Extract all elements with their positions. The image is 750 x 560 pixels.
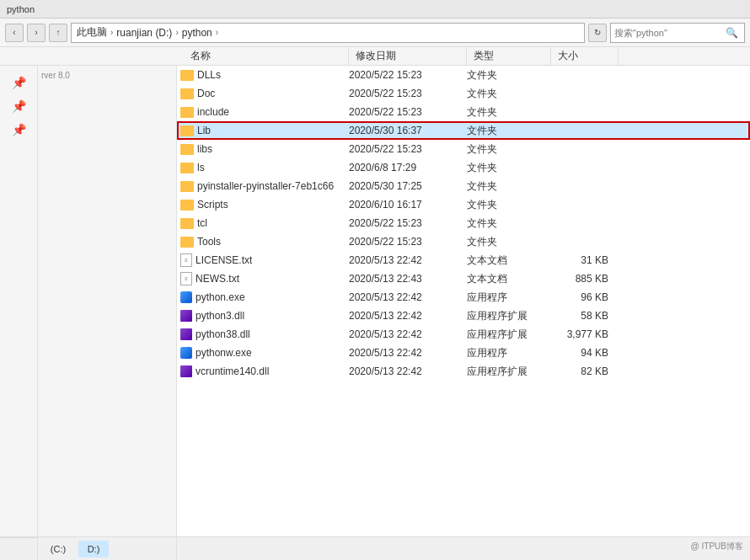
- col-header-name[interactable]: 名称: [184, 47, 349, 65]
- refresh-button[interactable]: ↻: [588, 24, 607, 42]
- file-name-col: Doc: [177, 88, 342, 99]
- file-type-col: 文本文档: [460, 253, 544, 268]
- folder-icon: [180, 70, 194, 81]
- nav-forward-button[interactable]: ›: [27, 24, 46, 42]
- table-row[interactable]: python.exe 2020/5/13 22:42 应用程序 96 KB: [177, 288, 750, 307]
- exe-icon: [180, 347, 192, 359]
- file-type-col: 文件夹: [460, 105, 544, 120]
- sidebar-pins: 📌 📌 📌: [0, 66, 38, 536]
- content-area: 📌 📌 📌 rver 8.0 DLLs 2020/5/22 15:23 文件夹 …: [0, 66, 750, 536]
- file-date-col: 2020/5/13 22:42: [342, 365, 460, 377]
- table-row[interactable]: Tools 2020/5/22 15:23 文件夹: [177, 232, 750, 251]
- file-type-col: 应用程序扩展: [460, 328, 544, 342]
- table-row[interactable]: vcruntime140.dll 2020/5/13 22:42 应用程序扩展 …: [177, 362, 750, 381]
- table-row[interactable]: tcl 2020/5/22 15:23 文件夹: [177, 214, 750, 232]
- table-row[interactable]: pyinstaller-pyinstaller-7eb1c66 2020/5/3…: [177, 177, 750, 195]
- file-name: python.exe: [196, 291, 245, 303]
- col-header-date[interactable]: 修改日期: [349, 47, 467, 65]
- file-name: vcruntime140.dll: [196, 365, 269, 377]
- table-row[interactable]: ≡ NEWS.txt 2020/5/13 22:43 文本文档 885 KB: [177, 269, 750, 288]
- nav-tree-bottom: (C:) D:): [38, 537, 177, 560]
- file-list-area: DLLs 2020/5/22 15:23 文件夹 Doc 2020/5/22 1…: [177, 66, 750, 536]
- txt-icon: ≡: [180, 272, 192, 285]
- file-name-col: ≡ LICENSE.txt: [177, 253, 342, 267]
- file-date-col: 2020/5/13 22:42: [342, 291, 460, 303]
- table-row[interactable]: DLLs 2020/5/22 15:23 文件夹: [177, 66, 750, 84]
- path-ruanjian[interactable]: ruanjian (D:): [116, 27, 172, 39]
- file-name: Scripts: [197, 199, 228, 211]
- exe-icon: [180, 291, 192, 303]
- file-name: Tools: [197, 236, 221, 248]
- file-name: python3.dll: [196, 310, 244, 322]
- file-name-col: tcl: [177, 217, 342, 229]
- file-name: python38.dll: [196, 328, 250, 340]
- file-size-col: 94 KB: [544, 347, 612, 359]
- file-date-col: 2020/5/22 15:23: [342, 143, 460, 155]
- file-date-col: 2020/5/22 15:23: [342, 236, 460, 248]
- file-date-col: 2020/5/30 16:37: [342, 125, 460, 136]
- folder-icon: [180, 125, 194, 136]
- file-name-col: ls: [177, 162, 342, 173]
- window-title: python: [7, 4, 35, 14]
- file-name: Doc: [197, 88, 215, 99]
- file-name-col: Lib: [177, 125, 342, 136]
- dll-icon: [180, 328, 192, 340]
- file-name-col: vcruntime140.dll: [177, 365, 342, 377]
- table-row[interactable]: python38.dll 2020/5/13 22:42 应用程序扩展 3,97…: [177, 325, 750, 344]
- table-row[interactable]: python3.dll 2020/5/13 22:42 应用程序扩展 58 KB: [177, 307, 750, 325]
- file-type-col: 文件夹: [460, 87, 544, 101]
- table-row[interactable]: ls 2020/6/8 17:29 文件夹: [177, 158, 750, 177]
- bottom-bar: (C:) D:) @ ITPUB博客: [0, 536, 750, 560]
- table-row[interactable]: include 2020/5/22 15:23 文件夹: [177, 103, 750, 121]
- address-path[interactable]: 此电脑 › ruanjian (D:) › python ›: [71, 23, 585, 43]
- file-name-col: Tools: [177, 236, 342, 248]
- watermark: @ ITPUB博客: [691, 541, 743, 552]
- file-name: NEWS.txt: [196, 273, 239, 285]
- file-name: include: [197, 106, 229, 118]
- pin-icon-3[interactable]: 📌: [7, 121, 30, 138]
- folder-icon: [180, 218, 194, 229]
- file-type-col: 文件夹: [460, 216, 544, 231]
- pin-icon-2[interactable]: 📌: [7, 98, 30, 115]
- file-name-col: python3.dll: [177, 310, 342, 322]
- path-python[interactable]: python: [182, 27, 212, 39]
- nav-tree: rver 8.0: [38, 66, 177, 536]
- search-input[interactable]: [614, 28, 724, 38]
- table-row[interactable]: ≡ LICENSE.txt 2020/5/13 22:42 文本文档 31 KB: [177, 251, 750, 269]
- status-bar: @ ITPUB博客: [177, 537, 750, 556]
- folder-icon: [180, 163, 194, 173]
- file-type-col: 文件夹: [460, 198, 544, 212]
- col-headers-row: 名称 修改日期 类型 大小: [0, 47, 750, 66]
- table-row[interactable]: pythonw.exe 2020/5/13 22:42 应用程序 94 KB: [177, 344, 750, 362]
- pin-icon-1[interactable]: 📌: [7, 74, 30, 91]
- folder-icon: [180, 88, 194, 99]
- bottom-d-drive[interactable]: D:): [78, 541, 109, 557]
- table-row[interactable]: Doc 2020/5/22 15:23 文件夹: [177, 84, 750, 103]
- file-name-col: ≡ NEWS.txt: [177, 272, 342, 285]
- search-icon[interactable]: 🔍: [724, 25, 739, 40]
- dll-icon: [180, 310, 192, 322]
- folder-icon: [180, 181, 194, 192]
- txt-icon: ≡: [180, 253, 192, 267]
- path-computer[interactable]: 此电脑: [77, 25, 107, 40]
- col-header-size[interactable]: 大小: [551, 47, 619, 65]
- file-size-col: 82 KB: [544, 365, 612, 377]
- col-header-type[interactable]: 类型: [467, 47, 551, 65]
- file-name: DLLs: [197, 69, 221, 81]
- file-name-col: libs: [177, 143, 342, 155]
- file-type-col: 应用程序: [460, 291, 544, 305]
- nav-up-button[interactable]: ↑: [49, 24, 67, 42]
- table-row[interactable]: Scripts 2020/6/10 16:17 文件夹: [177, 195, 750, 214]
- folder-icon: [180, 144, 194, 155]
- table-row[interactable]: Lib 2020/5/30 16:37 文件夹: [177, 121, 750, 140]
- dll-icon: [180, 365, 192, 377]
- file-type-col: 应用程序: [460, 346, 544, 360]
- file-date-col: 2020/5/13 22:42: [342, 347, 460, 359]
- file-type-col: 文件夹: [460, 179, 544, 194]
- table-row[interactable]: libs 2020/5/22 15:23 文件夹: [177, 140, 750, 158]
- file-type-col: 文件夹: [460, 68, 544, 83]
- bottom-c-drive[interactable]: (C:): [43, 541, 73, 557]
- file-name: LICENSE.txt: [196, 254, 252, 266]
- file-size-col: 885 KB: [544, 273, 612, 285]
- nav-back-button[interactable]: ‹: [5, 24, 24, 42]
